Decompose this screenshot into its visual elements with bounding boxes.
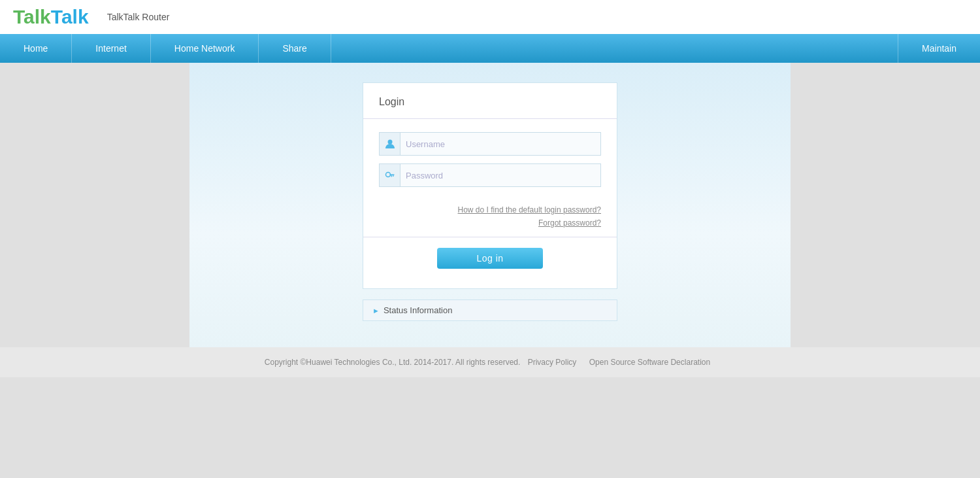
- logo-talk1: Talk: [13, 6, 51, 28]
- login-button[interactable]: Log in: [437, 248, 542, 269]
- navbar: Home Internet Home Network Share Maintai…: [0, 34, 980, 63]
- login-form: [363, 132, 617, 187]
- nav-home[interactable]: Home: [0, 34, 72, 63]
- nav-home-label: Home: [24, 43, 48, 54]
- password-input[interactable]: [400, 164, 600, 186]
- username-input[interactable]: [400, 133, 600, 155]
- forgot-password-link[interactable]: Forgot password?: [379, 218, 601, 228]
- key-icon: [385, 170, 395, 180]
- nav-home-network[interactable]: Home Network: [151, 34, 259, 63]
- svg-rect-2: [389, 175, 394, 176]
- logo-talk2: Talk: [51, 6, 89, 28]
- username-icon-wrapper: [380, 133, 400, 155]
- logo-subtitle: TalkTalk Router: [107, 12, 170, 22]
- svg-rect-4: [391, 175, 392, 177]
- status-label: Status Information: [384, 305, 453, 315]
- nav-maintain-label: Maintain: [922, 43, 956, 54]
- username-row: [379, 132, 601, 156]
- footer: Copyright ©Huawei Technologies Co., Ltd.…: [0, 347, 980, 377]
- user-icon: [385, 139, 395, 149]
- nav-internet[interactable]: Internet: [72, 34, 150, 63]
- login-title: Login: [363, 96, 617, 119]
- login-card: Login: [363, 82, 617, 289]
- nav-home-network-label: Home Network: [174, 43, 235, 54]
- password-row: [379, 163, 601, 187]
- password-icon-wrapper: [380, 164, 400, 186]
- status-information-bar[interactable]: ► Status Information: [363, 299, 617, 321]
- status-arrow-icon: ►: [372, 307, 380, 315]
- svg-point-0: [387, 140, 392, 145]
- login-button-row: Log in: [363, 237, 617, 269]
- svg-point-1: [385, 173, 390, 177]
- site-header: Talk Talk TalkTalk Router: [0, 0, 980, 34]
- open-source-link[interactable]: Open Source Software Declaration: [589, 358, 710, 367]
- help-link[interactable]: How do I find the default login password…: [379, 205, 601, 214]
- nav-spacer: [331, 34, 898, 63]
- nav-share-label: Share: [282, 43, 306, 54]
- nav-internet-label: Internet: [95, 43, 126, 54]
- main-content: Login: [189, 63, 791, 347]
- copyright-text: Copyright ©Huawei Technologies Co., Ltd.…: [265, 358, 521, 367]
- login-links: How do I find the default login password…: [363, 195, 617, 237]
- logo: Talk Talk: [13, 6, 89, 28]
- privacy-policy-link[interactable]: Privacy Policy: [528, 358, 577, 367]
- svg-rect-3: [393, 175, 394, 177]
- nav-share[interactable]: Share: [259, 34, 331, 63]
- nav-maintain[interactable]: Maintain: [898, 34, 980, 63]
